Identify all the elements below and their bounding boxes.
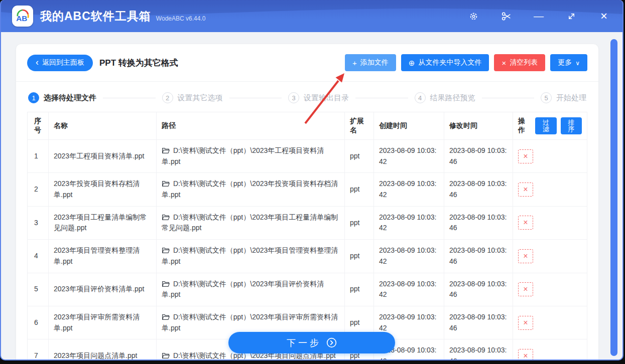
step-result-preview: 4 结果路径预览: [415, 92, 475, 103]
cell-actions: ×: [513, 140, 587, 173]
delete-file-button[interactable]: ×: [518, 316, 533, 330]
delete-file-button[interactable]: ×: [518, 249, 533, 263]
more-button[interactable]: 更多 ∨: [550, 54, 587, 71]
cell-path: D:\资料\测试文件（ppt）\2023年项目评价资料清单.ppt: [157, 273, 345, 306]
table-row: 2 2023年投资项目资料存档清单.ppt D:\资料\测试文件（ppt）\20…: [28, 173, 587, 206]
cell-name: 2023年工程项目资料清单.ppt: [49, 140, 157, 173]
cell-name: 2023年项目问题点清单.ppt: [49, 339, 157, 360]
step-label: 设置输出目录: [304, 93, 349, 103]
cell-name: 2023年投资项目资料存档清单.ppt: [49, 173, 157, 206]
folder-icon: [162, 247, 170, 254]
cell-modified: 2023-08-09 10:03:46: [444, 140, 513, 173]
cell-modified: 2023-08-09 10:03:46: [444, 273, 513, 306]
cell-created: 2023-08-09 10:03:42: [374, 140, 444, 173]
delete-file-button[interactable]: ×: [518, 216, 533, 230]
folder-icon: [162, 280, 170, 287]
clear-list-button[interactable]: × 清空列表: [494, 54, 545, 71]
path-text: D:\资料\测试文件（ppt）\2023年工程项目资料清单.ppt: [162, 146, 324, 165]
cell-modified: 2023-08-09 10:03:46: [444, 206, 513, 239]
cell-path: D:\资料\测试文件（ppt）\2023年项目管理资料整理清单.ppt: [157, 240, 345, 273]
cell-name: 2023年项目评审所需资料清单.ppt: [49, 306, 157, 339]
cell-index: 7: [28, 339, 49, 360]
header-modified: 修改时间: [444, 112, 513, 140]
cell-index: 6: [28, 306, 49, 339]
table-header-row: 序号 名称 路径 扩展名 创建时间 修改时间 操作 过滤 排序: [28, 112, 587, 140]
step-number: 2: [162, 92, 173, 103]
minimize-icon[interactable]: —: [533, 11, 544, 22]
cell-created: 2023-08-09 10:03:42: [374, 173, 444, 206]
cell-modified: 2023-08-09 10:03:46: [444, 240, 513, 273]
delete-file-button[interactable]: ×: [518, 183, 533, 197]
back-to-dashboard-button[interactable]: ‹ 返回到主面板: [27, 55, 93, 71]
cell-actions: ×: [513, 273, 587, 306]
path-text: D:\资料\测试文件（ppt）\2023年项目评审所需资料清单.ppt: [162, 313, 338, 332]
folder-icon: [162, 147, 170, 154]
step-label: 选择待处理文件: [44, 93, 96, 103]
resize-icon[interactable]: [566, 11, 577, 22]
cell-name: 2023年项目评价资料清单.ppt: [49, 273, 157, 306]
cell-index: 3: [28, 206, 49, 239]
step-number: 1: [28, 92, 39, 103]
cell-path: D:\资料\测试文件（ppt）\2023年工程项目资料清单.ppt: [157, 140, 345, 173]
step-number: 4: [415, 92, 426, 103]
back-button-label: 返回到主面板: [42, 58, 84, 67]
header-actions-label: 操作: [518, 117, 531, 135]
import-from-folder-button[interactable]: ⊕ 从文件夹中导入文件: [401, 54, 489, 71]
folder-icon: [162, 180, 170, 187]
header-path: 路径: [157, 112, 345, 140]
scissors-icon[interactable]: [501, 11, 512, 22]
step-other-options: 2 设置其它选项: [162, 92, 223, 103]
cell-index: 4: [28, 240, 49, 273]
cell-name: 2023年项目管理资料整理清单.ppt: [49, 240, 157, 273]
cell-index: 1: [28, 140, 49, 173]
table-row: 3 2023年项目工程量清单编制常见问题.ppt D:\资料\测试文件（ppt）…: [28, 206, 587, 239]
step-label: 设置其它选项: [178, 93, 223, 103]
page-title: PPT 转换为其它格式: [99, 57, 178, 69]
header-name: 名称: [49, 112, 157, 140]
delete-file-button[interactable]: ×: [518, 149, 533, 163]
path-text: D:\资料\测试文件（ppt）\2023年项目管理资料整理清单.ppt: [162, 246, 338, 265]
delete-file-button[interactable]: ×: [518, 349, 533, 360]
step-connector: [103, 98, 156, 98]
settings-icon[interactable]: [468, 11, 479, 22]
step-number: 5: [541, 92, 552, 103]
back-chevron-icon: ‹: [36, 58, 39, 67]
svg-text:B: B: [22, 14, 27, 23]
header-created: 创建时间: [374, 112, 444, 140]
step-connector: [482, 98, 535, 98]
close-icon[interactable]: ×: [598, 11, 609, 22]
filter-button[interactable]: 过滤: [535, 117, 556, 134]
folder-icon: [162, 214, 170, 221]
cell-actions: ×: [513, 306, 587, 339]
path-text: D:\资料\测试文件（ppt）\2023年项目评价资料清单.ppt: [162, 280, 324, 299]
header-index: 序号: [28, 112, 49, 140]
app-window: A B 我的ABC软件工具箱 WodeABC v6.44.0: [0, 0, 623, 360]
step-connector: [229, 98, 282, 98]
step-label: 结果路径预览: [430, 93, 475, 103]
cell-name: 2023年项目工程量清单编制常见问题.ppt: [49, 206, 157, 239]
scrollbar-thumb[interactable]: [610, 39, 617, 356]
main-card: ‹ 返回到主面板 PPT 转换为其它格式 + 添加文件 ⊕ 从文件夹中导入文件 …: [16, 44, 598, 360]
add-files-button[interactable]: + 添加文件: [345, 54, 396, 71]
step-connector: [355, 98, 408, 98]
cell-path: D:\资料\测试文件（ppt）\2023年项目工程量清单编制常见问题.ppt: [157, 206, 345, 239]
step-label: 开始处理: [556, 93, 586, 103]
more-label: 更多: [558, 58, 572, 67]
path-text: D:\资料\测试文件（ppt）\2023年投资项目资料存档清单.ppt: [162, 179, 338, 199]
plus-circle-icon: ⊕: [409, 59, 415, 67]
folder-icon: [162, 352, 170, 359]
sort-button[interactable]: 排序: [561, 117, 582, 134]
header-ext: 扩展名: [345, 112, 374, 140]
cell-index: 2: [28, 173, 49, 206]
app-logo: A B: [12, 6, 33, 27]
table-row: 4 2023年项目管理资料整理清单.ppt D:\资料\测试文件（ppt）\20…: [28, 240, 587, 273]
app-version: WodeABC v6.44.0: [156, 15, 206, 22]
delete-file-button[interactable]: ×: [518, 282, 533, 296]
svg-text:A: A: [16, 14, 22, 23]
cell-index: 5: [28, 273, 49, 306]
clear-list-label: 清空列表: [510, 58, 538, 67]
import-folder-label: 从文件夹中导入文件: [418, 58, 481, 67]
cell-modified: 2023-08-09 10:03:46: [444, 173, 513, 206]
next-step-button[interactable]: 下一步: [228, 332, 395, 353]
chevron-down-icon: ∨: [575, 60, 580, 67]
